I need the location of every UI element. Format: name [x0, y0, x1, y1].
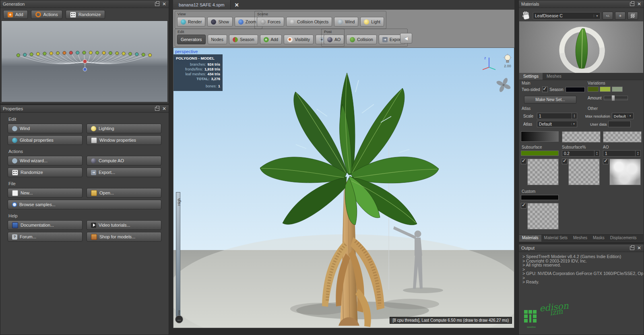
season-color-swatch[interactable]	[566, 87, 585, 92]
slider-thumb[interactable]	[611, 95, 615, 101]
material-preview[interactable]	[519, 21, 643, 73]
generation-node[interactable]	[135, 53, 138, 56]
generation-node[interactable]	[96, 51, 99, 54]
ao-button[interactable]: AO	[324, 35, 344, 44]
node-graph-canvas[interactable]	[2, 21, 167, 102]
float-panel-icon[interactable]	[155, 2, 159, 6]
add-button[interactable]: Add	[260, 35, 282, 44]
tab-materials[interactable]: Materials	[519, 235, 541, 242]
spinner-arrows-icon[interactable]: ▲▼	[635, 151, 640, 156]
custom-color-swatch[interactable]	[521, 195, 559, 200]
texture-thumbnail[interactable]	[603, 131, 642, 143]
texture-thumbnail[interactable]	[521, 131, 559, 142]
atlas-dropdown[interactable]: Default▼	[537, 121, 577, 127]
visibility-button[interactable]: Visibility	[284, 35, 314, 44]
tab-meshes[interactable]: Meshes	[543, 73, 566, 80]
generation-node[interactable]	[142, 53, 145, 56]
close-icon[interactable]: ✕	[162, 106, 166, 111]
subsurface-pct-enable-checkbox[interactable]	[562, 159, 568, 164]
subsurface-enable-checkbox[interactable]	[521, 159, 526, 164]
generation-node[interactable]	[148, 54, 151, 57]
generation-node[interactable]	[50, 52, 53, 55]
generation-node[interactable]	[122, 52, 125, 55]
float-panel-icon[interactable]	[630, 2, 634, 6]
light-widget[interactable]: 2.00	[500, 54, 514, 73]
generation-node[interactable]	[43, 52, 46, 55]
generation-node[interactable]	[17, 54, 20, 57]
generation-node[interactable]	[56, 52, 59, 55]
forum-button[interactable]: Forum...	[8, 232, 83, 242]
randomize-button[interactable]: Randomize	[66, 10, 105, 19]
collision-objects-button[interactable]: Collision Objects	[286, 17, 332, 27]
detail-slider[interactable]	[176, 192, 180, 319]
tab-meshes[interactable]: Meshes	[570, 235, 590, 242]
tab-masks[interactable]: Masks	[590, 235, 607, 242]
open-file-button[interactable]: Open...	[87, 188, 161, 198]
subsurface-color-swatch[interactable]	[521, 151, 559, 156]
wind-fan-widget[interactable]	[495, 77, 512, 93]
compute-ao-button[interactable]: Compute AO	[87, 156, 161, 165]
generation-node[interactable]	[83, 60, 87, 64]
wind-button[interactable]: Wind	[8, 124, 83, 133]
actions-button[interactable]: Actions	[31, 10, 62, 19]
generation-node[interactable]	[109, 52, 112, 55]
subsurface-map-thumbnail[interactable]	[527, 159, 559, 185]
window-properties-button[interactable]: Window properties	[87, 135, 161, 145]
export-button[interactable]: Export...	[87, 168, 161, 177]
hand-tool-icon[interactable]	[520, 10, 531, 21]
make-new-set-button[interactable]: Make New Set...	[524, 96, 576, 103]
generation-node[interactable]	[128, 52, 132, 56]
generation-node[interactable]	[89, 51, 92, 54]
user-data-input[interactable]	[608, 121, 631, 127]
collision-button[interactable]: Collision	[346, 35, 377, 44]
browse-samples-button[interactable]: Browse samples...	[8, 200, 161, 209]
scale-spinner[interactable]: 1▲▼	[537, 113, 577, 119]
viewport-menu-button[interactable]: ...	[175, 315, 183, 323]
output-console[interactable]: > SpeedTree® Modeler v8.4.2 (Games Indie…	[519, 252, 643, 334]
spinner-arrows-icon[interactable]: ▲▼	[594, 151, 599, 156]
add-material-button[interactable]: +	[615, 12, 625, 20]
spinner-arrows-icon[interactable]: ▲▼	[572, 113, 577, 119]
wind-button[interactable]: Wind	[334, 17, 358, 27]
variation-swatch[interactable]	[612, 87, 623, 92]
subsurface-pct-spinner[interactable]: 0.2▲▼	[562, 150, 600, 157]
generation-node[interactable]	[76, 51, 79, 54]
generation-node[interactable]	[36, 52, 39, 56]
tab-displacements[interactable]: Displacements	[607, 235, 640, 242]
randomize-button[interactable]: Randomize	[8, 168, 83, 177]
ao-map-thumbnail[interactable]	[609, 159, 641, 185]
season-button[interactable]: Season	[229, 35, 258, 44]
close-icon[interactable]: ✕	[637, 246, 641, 250]
global-properties-button[interactable]: Global properties	[8, 135, 83, 145]
tab-material-sets[interactable]: Material Sets	[541, 235, 570, 242]
float-panel-icon[interactable]	[630, 246, 634, 250]
tab-close-icon[interactable]: ✕	[235, 2, 239, 8]
generation-node[interactable]	[69, 51, 72, 54]
wind-wizard-button[interactable]: Wind wizard...	[8, 156, 83, 165]
light-button[interactable]: Light	[360, 17, 384, 27]
lighting-button[interactable]: Lighting	[87, 124, 161, 133]
documentation-button[interactable]: Documentation...	[8, 220, 83, 230]
material-select-dropdown[interactable]: LeafDisease C ▼	[533, 12, 601, 19]
generation-node[interactable]	[116, 52, 119, 55]
new-file-button[interactable]: New...	[8, 188, 83, 198]
shop-for-models-button[interactable]: Shop for models...	[87, 232, 161, 242]
generation-node[interactable]	[83, 68, 87, 71]
close-icon[interactable]: ✕	[637, 2, 641, 6]
max-resolution-dropdown[interactable]: Default▼	[612, 113, 634, 119]
variation-swatch[interactable]	[600, 87, 611, 92]
amount-slider[interactable]	[604, 96, 628, 100]
render-button[interactable]: Render	[177, 17, 205, 27]
material-plusminus-button[interactable]: +/-	[603, 12, 613, 20]
generation-node[interactable]	[83, 51, 86, 54]
forces-button[interactable]: Forces	[257, 17, 284, 27]
viewport-3d[interactable]: perspective POLYGONS - MODEL branches:92…	[173, 48, 514, 328]
show-button[interactable]: Show	[207, 17, 232, 27]
video-tutorials-button[interactable]: Video tutorials...	[87, 220, 161, 230]
generators-toggle[interactable]: Generators	[177, 35, 206, 44]
generation-node[interactable]	[102, 51, 105, 54]
nodes-toggle[interactable]: Nodes	[208, 35, 227, 44]
variation-swatch[interactable]	[588, 87, 599, 92]
close-icon[interactable]: ✕	[162, 2, 166, 6]
generation-node[interactable]	[23, 53, 27, 56]
